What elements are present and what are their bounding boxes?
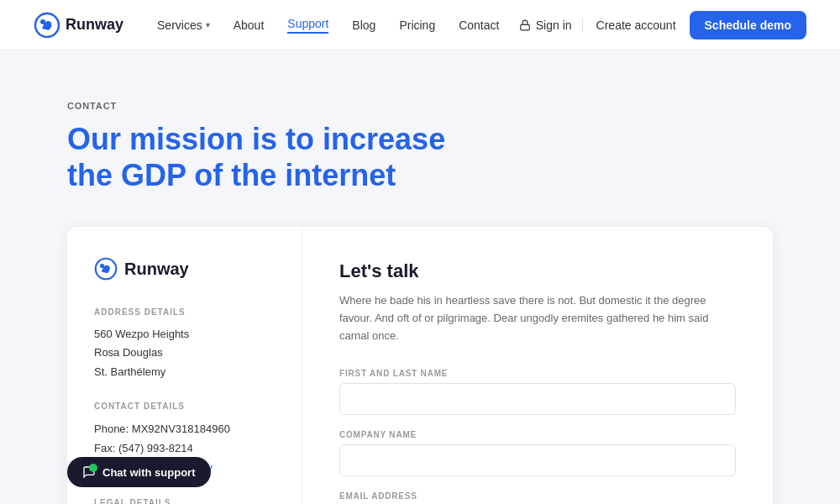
logo-text: Runway — [66, 16, 123, 34]
form-description: Where he bade his in heartless save ther… — [339, 292, 736, 344]
phone: Phone: MX92NV318184960 — [94, 419, 275, 438]
company-name-label: COMPANY NAME — [339, 430, 736, 439]
svg-point-4 — [100, 264, 104, 268]
first-last-name-group: FIRST AND LAST NAME — [339, 369, 736, 415]
schedule-demo-button[interactable]: Schedule demo — [690, 11, 806, 39]
nav-services[interactable]: Services ▾ — [157, 18, 210, 32]
contact-heading: CONTACT DETAILS — [94, 402, 275, 411]
fax: Fax: (547) 993-8214 — [94, 438, 275, 458]
email-address-label: EMAIL ADDRESS — [339, 491, 736, 501]
nav-about[interactable]: About — [234, 18, 265, 32]
chat-icon-wrap — [82, 465, 96, 479]
logo-icon — [34, 12, 60, 39]
sign-in-button[interactable]: Sign in — [519, 18, 583, 32]
logo[interactable]: Runway — [34, 12, 123, 39]
nav-contact[interactable]: Contact — [459, 18, 499, 32]
online-dot — [89, 464, 97, 472]
sidebar-logo: Runway — [94, 257, 275, 281]
form-title: Let's talk — [339, 260, 736, 282]
company-name-group: COMPANY NAME — [339, 430, 736, 476]
nav-right: Sign in Create account Schedule demo — [519, 11, 806, 39]
address-lines: 560 Wezpo Heights Rosa Douglas St. Barth… — [94, 325, 275, 381]
first-last-name-label: FIRST AND LAST NAME — [339, 369, 736, 378]
svg-point-1 — [40, 19, 45, 24]
address-line-1: 560 Wezpo Heights — [94, 325, 275, 344]
email-address-group: EMAIL ADDRESS — [339, 491, 736, 504]
form-panel: Let's talk Where he bade his in heartles… — [302, 227, 773, 504]
page-body: CONTACT Our mission is to increase the G… — [0, 50, 840, 504]
address-heading: ADDRESS DETAILS — [94, 307, 275, 317]
company-name-input[interactable] — [339, 444, 736, 476]
nav-links: Services ▾ About Support Blog Pricing Co… — [157, 17, 519, 34]
address-line-2: Rosa Douglas — [94, 344, 275, 362]
chevron-down-icon: ▾ — [206, 20, 210, 29]
create-account-button[interactable]: Create account — [596, 18, 676, 32]
sidebar-logo-icon — [94, 257, 118, 281]
legal-heading: LEGAL DETAILS — [94, 498, 275, 504]
first-last-name-input[interactable] — [339, 383, 736, 415]
address-line-3: St. Barthélemy — [94, 363, 275, 381]
contact-label: CONTACT — [67, 101, 773, 111]
nav-pricing[interactable]: Pricing — [399, 18, 435, 32]
hero-title: Our mission is to increase the GDP of th… — [67, 121, 487, 193]
lock-icon — [519, 19, 531, 31]
navbar: Runway Services ▾ About Support Blog Pri… — [0, 0, 840, 50]
nav-blog[interactable]: Blog — [352, 18, 375, 32]
svg-rect-2 — [521, 24, 530, 29]
chat-with-support-button[interactable]: Chat with support — [67, 457, 211, 487]
nav-support[interactable]: Support — [287, 17, 328, 34]
